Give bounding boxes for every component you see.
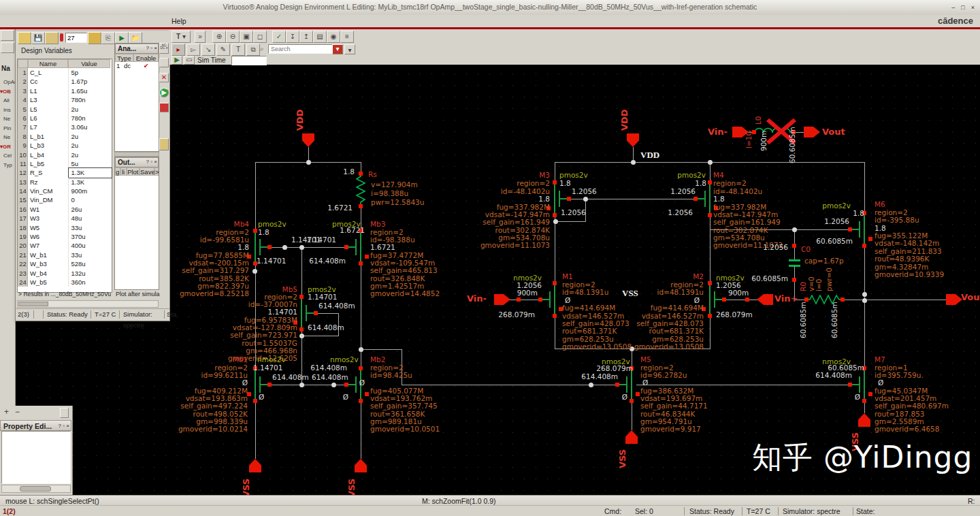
navigator-item[interactable]: Typ — [0, 161, 15, 170]
variable-value[interactable]: 5p — [69, 68, 112, 77]
analysis-type-icon[interactable]: AC DC tr — [159, 43, 169, 54]
strip-tool-icon[interactable] — [1, 30, 14, 41]
variable-value[interactable]: 360n — [69, 278, 112, 287]
dock-icon[interactable] — [60, 408, 69, 418]
check-save-icon[interactable]: ✓ — [272, 31, 286, 43]
design-variable-row[interactable]: 17W348u — [18, 214, 112, 223]
calculator-icon[interactable] — [159, 138, 169, 150]
variable-value[interactable]: 33u — [69, 251, 112, 259]
design-variable-row[interactable]: 8L_b12u — [18, 132, 112, 141]
open-icon[interactable] — [18, 32, 31, 44]
property-editor-body[interactable] — [1, 431, 71, 484]
ascend-icon[interactable]: ↥ — [299, 31, 313, 43]
design-variable-row[interactable]: 14Vin_CM900m — [18, 187, 112, 195]
variable-value[interactable]: 2u — [69, 141, 112, 150]
zoom-out-icon[interactable]: ⊖ — [226, 31, 240, 43]
design-variable-row[interactable]: 24W_b5360n — [18, 278, 112, 287]
design-variable-row[interactable]: 23W_b4132u — [18, 269, 112, 278]
variable-value[interactable]: 900m — [69, 187, 112, 195]
descend-icon[interactable]: ↧ — [286, 31, 299, 43]
design-variable-row[interactable]: 22W_b3528u — [18, 259, 112, 268]
value-column-header[interactable]: Value — [68, 59, 110, 68]
panel-splitter[interactable] — [114, 152, 159, 157]
netlist-icon[interactable]: ⎘ — [101, 32, 115, 44]
navigator-item[interactable]: Ins — [0, 106, 15, 115]
setup-outputs-icon[interactable] — [159, 58, 169, 67]
select-pin-icon[interactable]: ✎ — [216, 44, 230, 56]
name-column-header[interactable]: Name — [28, 59, 68, 68]
design-variable-row[interactable]: 19W6370u — [18, 232, 112, 241]
design-variable-row[interactable]: 10L_b42u — [18, 150, 112, 159]
variable-value[interactable]: 400u — [69, 241, 112, 250]
variable-value[interactable]: 26u — [69, 205, 112, 214]
design-variable-row[interactable]: 3L11.65u — [18, 86, 112, 95]
temperature-input[interactable] — [65, 33, 87, 43]
design-variable-row[interactable]: 16W126u — [18, 205, 112, 214]
select-label-icon[interactable]: T — [231, 44, 245, 56]
variable-value[interactable]: 1.67p — [69, 77, 112, 86]
design-variable-row[interactable]: 20W7400u — [18, 241, 112, 250]
variable-value[interactable]: 132u — [69, 269, 112, 278]
variable-value[interactable]: 1.3K — [69, 178, 112, 187]
run-simulation-icon[interactable]: ▶ — [159, 88, 169, 97]
variable-value[interactable]: 0 — [69, 195, 112, 204]
design-variable-row[interactable]: 4L3780n — [18, 95, 112, 104]
navigator-item[interactable]: OpAm — [0, 78, 15, 87]
variables-icon[interactable] — [88, 32, 101, 44]
navigator-item[interactable]: ▾GR — [0, 142, 15, 152]
panel-buttons[interactable]: ? ▫ × — [146, 44, 157, 52]
design-variable-row[interactable]: 5L52u — [18, 105, 112, 114]
analysis-enable-checkbox[interactable]: ✔ — [133, 62, 149, 69]
design-variable-row[interactable]: 6L6780n — [18, 114, 112, 123]
sim-time-input[interactable] — [231, 56, 267, 65]
minimize-button[interactable]: – — [951, 4, 955, 11]
navigator-item[interactable]: All — [0, 96, 15, 106]
resistor-rs[interactable] — [355, 173, 366, 206]
analysis-row[interactable]: 1 dc ✔ — [115, 62, 159, 70]
scroll-thumb[interactable] — [20, 486, 51, 491]
design-variable-row[interactable]: 11L_b55u — [18, 159, 112, 168]
variable-value[interactable]: 780n — [69, 95, 112, 104]
menu-help[interactable]: Help — [172, 17, 186, 25]
search-dropdown-icon[interactable]: ▾ — [344, 44, 355, 54]
session-icon[interactable] — [45, 32, 59, 44]
variable-value[interactable]: 2u — [69, 132, 112, 141]
zoom-minus-button[interactable]: − — [15, 407, 20, 417]
zoom-select-icon[interactable]: ◻ — [253, 31, 267, 43]
scroll-thumb[interactable] — [18, 302, 48, 306]
run-sim-icon[interactable]: ▶ — [172, 56, 182, 65]
property-editor-titlebar[interactable]: Property Edi... ? ▫ × — [0, 420, 71, 431]
options-icon[interactable]: ≡ — [340, 31, 354, 43]
zoom-plus-button[interactable]: + — [4, 407, 9, 417]
capacitor-c0-plate[interactable] — [789, 259, 800, 261]
design-variable-row[interactable]: 2Cc1.67p — [18, 77, 112, 86]
text-tool-icon[interactable]: T ▾ — [172, 31, 191, 43]
design-variable-row[interactable]: 9L_b32u — [18, 141, 112, 150]
design-variable-row[interactable]: 1C_L5p — [18, 68, 112, 77]
main-titlebar[interactable]: Virtuoso® Analog Design Environment L Ed… — [0, 0, 980, 16]
variable-value[interactable]: 1.3K — [69, 168, 112, 177]
print-icon[interactable]: ▤ — [313, 31, 327, 43]
select-instance-icon[interactable]: ▻ — [186, 44, 200, 56]
variable-value[interactable]: 1.65u — [69, 86, 112, 95]
search-options-icon[interactable]: ▾ — [332, 44, 343, 54]
search-input[interactable] — [268, 44, 333, 54]
probe-icon[interactable]: ◉ — [327, 31, 340, 43]
navigator-item[interactable]: Cel — [0, 151, 15, 161]
save-icon[interactable]: 💾 — [31, 32, 45, 44]
variable-value[interactable]: 370u — [69, 232, 112, 241]
variable-value[interactable]: 3.06u — [69, 123, 112, 131]
pe-hscrollbar[interactable] — [1, 485, 71, 493]
select-group-icon[interactable]: ⧉ — [246, 44, 260, 56]
panel-buttons[interactable]: ? ▫ × — [146, 157, 157, 166]
close-button[interactable]: × — [971, 4, 975, 11]
delete-icon[interactable]: ✕ — [159, 73, 169, 82]
strip-tool-icon[interactable] — [1, 42, 14, 53]
navigator-item[interactable]: Pin — [0, 124, 15, 133]
zoom-in-icon[interactable]: ⊕ — [212, 31, 226, 43]
sim-dialog-icon[interactable]: ▭ — [184, 56, 195, 65]
design-variable-row[interactable]: 18W533u — [18, 223, 112, 232]
variable-value[interactable]: 528u — [69, 259, 112, 268]
navigator-item[interactable]: Ne — [0, 133, 15, 142]
variable-value[interactable]: 5u — [69, 159, 112, 168]
